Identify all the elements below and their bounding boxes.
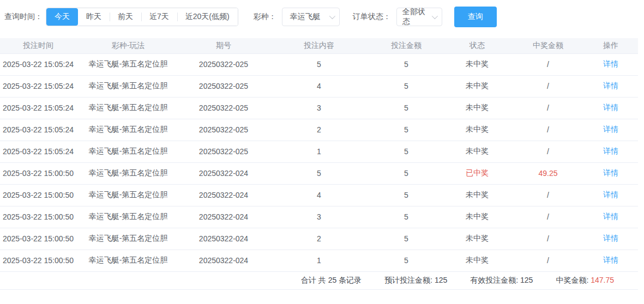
action-cell: 详情 bbox=[583, 97, 638, 119]
prize-cell: / bbox=[513, 250, 583, 271]
filter-bar: 查询时间： 今天昨天前天近7天近20天(低频) 彩种： 幸运飞艇 订单状态： 全… bbox=[0, 7, 644, 27]
column-header: 期号 bbox=[180, 38, 267, 53]
amount-cell: 5 bbox=[371, 141, 442, 162]
content-cell: 4 bbox=[267, 75, 371, 97]
time-filter-button[interactable]: 昨天 bbox=[78, 8, 110, 26]
issue-cell: 20250322-024 bbox=[180, 184, 267, 206]
action-cell: 详情 bbox=[583, 119, 638, 141]
amount-cell: 5 bbox=[371, 162, 442, 184]
action-cell: 详情 bbox=[583, 184, 638, 206]
detail-link[interactable]: 详情 bbox=[603, 190, 618, 199]
amount-cell: 5 bbox=[371, 228, 442, 250]
detail-link[interactable]: 详情 bbox=[603, 256, 618, 264]
detail-link[interactable]: 详情 bbox=[603, 234, 618, 242]
action-cell: 详情 bbox=[583, 53, 638, 75]
table-row: 2025-03-22 15:00:50幸运飞艇-第五名定位胆20250322-0… bbox=[0, 250, 638, 271]
action-cell: 详情 bbox=[583, 206, 638, 228]
detail-link[interactable]: 详情 bbox=[603, 59, 618, 68]
table-row: 2025-03-22 15:05:24幸运飞艇-第五名定位胆20250322-0… bbox=[0, 53, 638, 75]
summary-bar: 合计 共 25 条记录 预计投注金额: 125 有效投注金额: 125 中奖金额… bbox=[0, 272, 638, 290]
issue-cell: 20250322-024 bbox=[180, 162, 267, 184]
order-query-page: 查询时间： 今天昨天前天近7天近20天(低频) 彩种： 幸运飞艇 订单状态： 全… bbox=[0, 0, 644, 304]
content-cell: 2 bbox=[267, 228, 371, 250]
bet-time-cell: 2025-03-22 15:00:50 bbox=[0, 162, 76, 184]
orders-table: 投注时间彩种-玩法期号投注内容投注金额状态中奖金额操作 2025-03-22 1… bbox=[0, 38, 638, 272]
lottery-select-value: 幸运飞艇 bbox=[290, 12, 321, 22]
detail-link[interactable]: 详情 bbox=[603, 103, 618, 112]
play-cell: 幸运飞艇-第五名定位胆 bbox=[76, 162, 180, 184]
action-cell: 详情 bbox=[583, 75, 638, 97]
column-header: 操作 bbox=[583, 38, 638, 53]
status-cell: 未中奖 bbox=[442, 119, 513, 141]
prize-cell: / bbox=[513, 53, 583, 75]
amount-cell: 5 bbox=[371, 53, 442, 75]
action-cell: 详情 bbox=[583, 228, 638, 250]
amount-cell: 5 bbox=[371, 97, 442, 119]
play-cell: 幸运飞艇-第五名定位胆 bbox=[76, 184, 180, 206]
action-cell: 详情 bbox=[583, 250, 638, 271]
table-row: 2025-03-22 15:00:50幸运飞艇-第五名定位胆20250322-0… bbox=[0, 228, 638, 250]
play-cell: 幸运飞艇-第五名定位胆 bbox=[76, 206, 180, 228]
time-filter-button[interactable]: 近7天 bbox=[141, 8, 177, 26]
status-select-value: 全部状态 bbox=[402, 7, 429, 27]
time-filter-button[interactable]: 近20天(低频) bbox=[177, 8, 238, 26]
issue-cell: 20250322-025 bbox=[180, 141, 267, 162]
content-cell: 4 bbox=[267, 184, 371, 206]
issue-cell: 20250322-025 bbox=[180, 97, 267, 119]
chevron-down-icon bbox=[329, 13, 335, 19]
amount-cell: 5 bbox=[371, 184, 442, 206]
content-cell: 5 bbox=[267, 162, 371, 184]
table-row: 2025-03-22 15:05:24幸运飞艇-第五名定位胆20250322-0… bbox=[0, 97, 638, 119]
status-cell: 未中奖 bbox=[442, 228, 513, 250]
time-filter-button[interactable]: 今天 bbox=[46, 8, 78, 26]
bet-time-cell: 2025-03-22 15:00:50 bbox=[0, 184, 76, 206]
prize-amount: 中奖金额: 147.75 bbox=[556, 276, 614, 285]
status-cell: 未中奖 bbox=[442, 206, 513, 228]
table-row: 2025-03-22 15:05:24幸运飞艇-第五名定位胆20250322-0… bbox=[0, 119, 638, 141]
table-row: 2025-03-22 15:00:50幸运飞艇-第五名定位胆20250322-0… bbox=[0, 184, 638, 206]
issue-cell: 20250322-024 bbox=[180, 228, 267, 250]
prize-cell: / bbox=[513, 141, 583, 162]
status-cell: 未中奖 bbox=[442, 53, 513, 75]
play-cell: 幸运飞艇-第五名定位胆 bbox=[76, 250, 180, 271]
detail-link[interactable]: 详情 bbox=[603, 147, 618, 155]
status-label: 订单状态： bbox=[353, 12, 391, 22]
status-select[interactable]: 全部状态 bbox=[396, 8, 442, 26]
prize-cell: 49.25 bbox=[513, 162, 583, 184]
valid-bet-amount: 有效投注金额: 125 bbox=[470, 276, 533, 285]
column-header: 投注时间 bbox=[0, 38, 76, 53]
content-cell: 3 bbox=[267, 206, 371, 228]
status-cell: 已中奖 bbox=[442, 162, 513, 184]
bet-time-cell: 2025-03-22 15:00:50 bbox=[0, 250, 76, 271]
bet-time-cell: 2025-03-22 15:05:24 bbox=[0, 75, 76, 97]
bet-time-cell: 2025-03-22 15:00:50 bbox=[0, 228, 76, 250]
play-cell: 幸运飞艇-第五名定位胆 bbox=[76, 53, 180, 75]
content-cell: 1 bbox=[267, 250, 371, 271]
detail-link[interactable]: 详情 bbox=[603, 125, 618, 133]
issue-cell: 20250322-025 bbox=[180, 53, 267, 75]
amount-cell: 5 bbox=[371, 206, 442, 228]
status-cell: 未中奖 bbox=[442, 75, 513, 97]
action-cell: 详情 bbox=[583, 141, 638, 162]
amount-cell: 5 bbox=[371, 75, 442, 97]
time-filter-label: 查询时间： bbox=[4, 12, 43, 22]
content-cell: 3 bbox=[267, 97, 371, 119]
total-records: 合计 共 25 条记录 bbox=[301, 276, 362, 285]
detail-link[interactable]: 详情 bbox=[603, 81, 618, 90]
play-cell: 幸运飞艇-第五名定位胆 bbox=[76, 119, 180, 141]
detail-link[interactable]: 详情 bbox=[603, 168, 618, 177]
query-button[interactable]: 查询 bbox=[454, 7, 497, 27]
expected-bet-amount: 预计投注金额: 125 bbox=[384, 276, 447, 285]
column-header: 状态 bbox=[442, 38, 513, 53]
detail-link[interactable]: 详情 bbox=[603, 212, 618, 221]
status-cell: 未中奖 bbox=[442, 250, 513, 271]
issue-cell: 20250322-025 bbox=[180, 119, 267, 141]
time-filter-button[interactable]: 前天 bbox=[110, 8, 141, 26]
status-cell: 未中奖 bbox=[442, 184, 513, 206]
table-row: 2025-03-22 15:05:24幸运飞艇-第五名定位胆20250322-0… bbox=[0, 75, 638, 97]
status-cell: 未中奖 bbox=[442, 97, 513, 119]
play-cell: 幸运飞艇-第五名定位胆 bbox=[76, 97, 180, 119]
lottery-select[interactable]: 幸运飞艇 bbox=[282, 8, 340, 26]
column-header: 中奖金额 bbox=[513, 38, 583, 53]
prize-cell: / bbox=[513, 184, 583, 206]
